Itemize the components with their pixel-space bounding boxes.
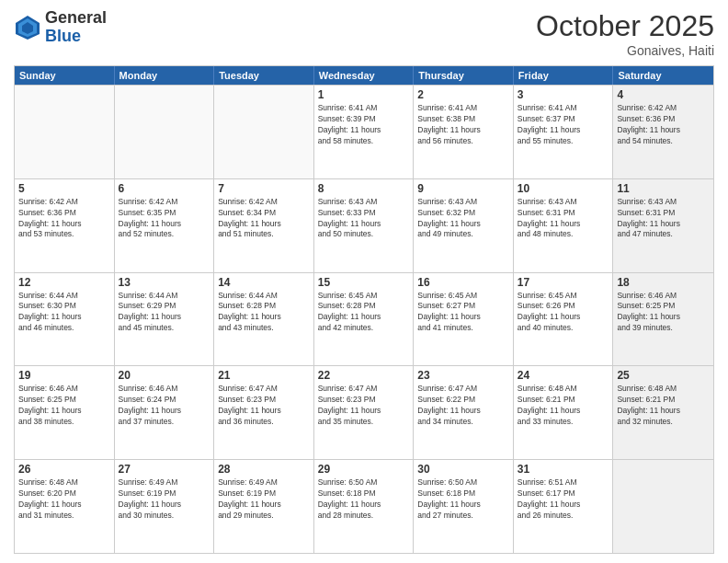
day-info-29: Sunrise: 6:50 AM Sunset: 6:18 PM Dayligh… xyxy=(318,477,410,522)
calendar-cell-1-4: 9Sunrise: 6:43 AM Sunset: 6:32 PM Daylig… xyxy=(414,179,514,272)
day-info-10: Sunrise: 6:43 AM Sunset: 6:31 PM Dayligh… xyxy=(518,197,609,241)
day-info-28: Sunrise: 6:49 AM Sunset: 6:19 PM Dayligh… xyxy=(218,477,310,522)
day-number-13: 13 xyxy=(119,276,210,289)
calendar-cell-2-3: 15Sunrise: 6:45 AM Sunset: 6:28 PM Dayli… xyxy=(314,273,415,366)
logo-blue-text: Blue xyxy=(45,27,81,45)
calendar-cell-0-1 xyxy=(115,86,215,178)
weekday-thursday: Thursday xyxy=(414,66,514,85)
calendar-cell-1-5: 10Sunrise: 6:43 AM Sunset: 6:31 PM Dayli… xyxy=(514,179,614,272)
title-block: October 2025 Gonaives, Haiti xyxy=(536,9,714,58)
day-info-14: Sunrise: 6:44 AM Sunset: 6:28 PM Dayligh… xyxy=(218,291,310,335)
day-info-15: Sunrise: 6:45 AM Sunset: 6:28 PM Dayligh… xyxy=(318,291,410,335)
day-info-24: Sunrise: 6:48 AM Sunset: 6:21 PM Dayligh… xyxy=(518,384,609,428)
calendar-cell-0-3: 1Sunrise: 6:41 AM Sunset: 6:39 PM Daylig… xyxy=(314,86,415,178)
day-info-21: Sunrise: 6:47 AM Sunset: 6:23 PM Dayligh… xyxy=(218,384,310,428)
weekday-tuesday: Tuesday xyxy=(214,66,314,85)
day-number-15: 15 xyxy=(318,276,410,289)
day-number-26: 26 xyxy=(18,463,110,476)
day-number-30: 30 xyxy=(417,463,509,476)
calendar-cell-0-2 xyxy=(214,86,314,178)
day-number-3: 3 xyxy=(518,88,609,101)
day-number-2: 2 xyxy=(417,88,509,101)
day-number-1: 1 xyxy=(318,88,410,101)
calendar-cell-2-4: 16Sunrise: 6:45 AM Sunset: 6:27 PM Dayli… xyxy=(414,273,514,366)
calendar-cell-3-6: 25Sunrise: 6:48 AM Sunset: 6:21 PM Dayli… xyxy=(613,366,713,459)
day-number-16: 16 xyxy=(417,276,509,289)
day-info-17: Sunrise: 6:45 AM Sunset: 6:26 PM Dayligh… xyxy=(518,291,609,335)
day-number-31: 31 xyxy=(518,463,609,476)
day-info-18: Sunrise: 6:46 AM Sunset: 6:25 PM Dayligh… xyxy=(617,291,710,335)
calendar-cell-3-3: 22Sunrise: 6:47 AM Sunset: 6:23 PM Dayli… xyxy=(314,366,415,459)
calendar-cell-1-3: 8Sunrise: 6:43 AM Sunset: 6:33 PM Daylig… xyxy=(314,179,415,272)
day-number-28: 28 xyxy=(218,463,310,476)
calendar-cell-1-6: 11Sunrise: 6:43 AM Sunset: 6:31 PM Dayli… xyxy=(613,179,713,272)
calendar-row-3: 19Sunrise: 6:46 AM Sunset: 6:25 PM Dayli… xyxy=(15,365,713,459)
calendar-cell-1-1: 6Sunrise: 6:42 AM Sunset: 6:35 PM Daylig… xyxy=(115,179,215,272)
weekday-friday: Friday xyxy=(514,66,614,85)
calendar-cell-3-0: 19Sunrise: 6:46 AM Sunset: 6:25 PM Dayli… xyxy=(15,366,115,459)
calendar-row-1: 5Sunrise: 6:42 AM Sunset: 6:36 PM Daylig… xyxy=(15,178,713,272)
calendar-body: 1Sunrise: 6:41 AM Sunset: 6:39 PM Daylig… xyxy=(15,85,713,553)
day-info-12: Sunrise: 6:44 AM Sunset: 6:30 PM Dayligh… xyxy=(18,291,110,335)
calendar-cell-4-2: 28Sunrise: 6:49 AM Sunset: 6:19 PM Dayli… xyxy=(214,460,314,553)
calendar-cell-0-5: 3Sunrise: 6:41 AM Sunset: 6:37 PM Daylig… xyxy=(514,86,614,178)
day-info-25: Sunrise: 6:48 AM Sunset: 6:21 PM Dayligh… xyxy=(617,384,710,428)
day-number-17: 17 xyxy=(518,276,609,289)
day-number-6: 6 xyxy=(119,182,210,195)
day-number-9: 9 xyxy=(417,182,509,195)
day-info-5: Sunrise: 6:42 AM Sunset: 6:36 PM Dayligh… xyxy=(18,197,110,241)
day-info-27: Sunrise: 6:49 AM Sunset: 6:19 PM Dayligh… xyxy=(119,477,210,522)
calendar-header: Sunday Monday Tuesday Wednesday Thursday… xyxy=(15,66,713,85)
day-number-20: 20 xyxy=(119,369,210,382)
day-number-19: 19 xyxy=(18,369,110,382)
day-info-22: Sunrise: 6:47 AM Sunset: 6:23 PM Dayligh… xyxy=(318,384,410,428)
day-info-8: Sunrise: 6:43 AM Sunset: 6:33 PM Dayligh… xyxy=(318,197,410,241)
day-info-6: Sunrise: 6:42 AM Sunset: 6:35 PM Dayligh… xyxy=(119,197,210,241)
calendar-row-4: 26Sunrise: 6:48 AM Sunset: 6:20 PM Dayli… xyxy=(15,459,713,553)
logo-icon xyxy=(14,14,41,41)
day-info-13: Sunrise: 6:44 AM Sunset: 6:29 PM Dayligh… xyxy=(119,291,210,335)
logo-general-text: General xyxy=(45,8,107,27)
weekday-wednesday: Wednesday xyxy=(314,66,415,85)
calendar-cell-4-0: 26Sunrise: 6:48 AM Sunset: 6:20 PM Dayli… xyxy=(15,460,115,553)
day-number-5: 5 xyxy=(18,182,110,195)
day-number-25: 25 xyxy=(617,369,710,382)
calendar-cell-3-4: 23Sunrise: 6:47 AM Sunset: 6:22 PM Dayli… xyxy=(414,366,514,459)
calendar-cell-0-0 xyxy=(15,86,115,178)
calendar-cell-4-3: 29Sunrise: 6:50 AM Sunset: 6:18 PM Dayli… xyxy=(314,460,415,553)
calendar-row-0: 1Sunrise: 6:41 AM Sunset: 6:39 PM Daylig… xyxy=(15,85,713,178)
day-info-26: Sunrise: 6:48 AM Sunset: 6:20 PM Dayligh… xyxy=(18,477,110,522)
day-number-12: 12 xyxy=(18,276,110,289)
calendar-cell-1-0: 5Sunrise: 6:42 AM Sunset: 6:36 PM Daylig… xyxy=(15,179,115,272)
day-number-7: 7 xyxy=(218,182,310,195)
calendar-row-2: 12Sunrise: 6:44 AM Sunset: 6:30 PM Dayli… xyxy=(15,272,713,366)
day-info-30: Sunrise: 6:50 AM Sunset: 6:18 PM Dayligh… xyxy=(417,477,509,522)
day-info-4: Sunrise: 6:42 AM Sunset: 6:36 PM Dayligh… xyxy=(617,103,710,147)
day-info-19: Sunrise: 6:46 AM Sunset: 6:25 PM Dayligh… xyxy=(18,384,110,428)
day-number-21: 21 xyxy=(218,369,310,382)
day-number-24: 24 xyxy=(518,369,609,382)
calendar-cell-2-2: 14Sunrise: 6:44 AM Sunset: 6:28 PM Dayli… xyxy=(214,273,314,366)
calendar-cell-4-4: 30Sunrise: 6:50 AM Sunset: 6:18 PM Dayli… xyxy=(414,460,514,553)
day-info-1: Sunrise: 6:41 AM Sunset: 6:39 PM Dayligh… xyxy=(318,103,410,147)
day-number-4: 4 xyxy=(617,88,710,101)
logo-text: General Blue xyxy=(45,9,107,46)
day-number-23: 23 xyxy=(417,369,509,382)
month-title: October 2025 xyxy=(536,9,714,43)
calendar-cell-4-6 xyxy=(613,460,713,553)
weekday-sunday: Sunday xyxy=(15,66,115,85)
calendar-cell-3-1: 20Sunrise: 6:46 AM Sunset: 6:24 PM Dayli… xyxy=(115,366,215,459)
day-number-11: 11 xyxy=(617,182,710,195)
logo: General Blue xyxy=(14,9,107,46)
calendar-cell-2-5: 17Sunrise: 6:45 AM Sunset: 6:26 PM Dayli… xyxy=(514,273,614,366)
day-number-14: 14 xyxy=(218,276,310,289)
day-info-7: Sunrise: 6:42 AM Sunset: 6:34 PM Dayligh… xyxy=(218,197,310,241)
day-number-8: 8 xyxy=(318,182,410,195)
header: General Blue October 2025 Gonaives, Hait… xyxy=(14,9,714,58)
day-info-20: Sunrise: 6:46 AM Sunset: 6:24 PM Dayligh… xyxy=(119,384,210,428)
day-info-9: Sunrise: 6:43 AM Sunset: 6:32 PM Dayligh… xyxy=(417,197,509,241)
day-info-31: Sunrise: 6:51 AM Sunset: 6:17 PM Dayligh… xyxy=(518,477,609,522)
calendar-cell-2-0: 12Sunrise: 6:44 AM Sunset: 6:30 PM Dayli… xyxy=(15,273,115,366)
day-number-22: 22 xyxy=(318,369,410,382)
calendar-cell-3-2: 21Sunrise: 6:47 AM Sunset: 6:23 PM Dayli… xyxy=(214,366,314,459)
